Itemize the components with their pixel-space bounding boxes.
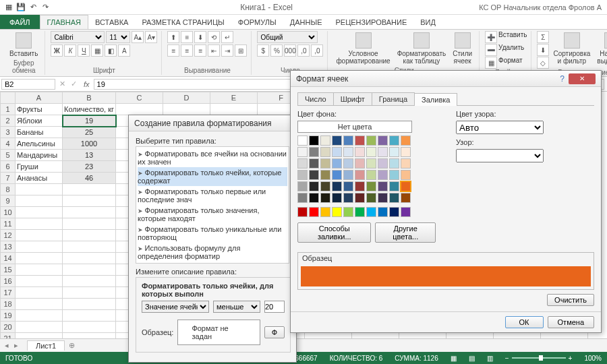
cell[interactable] <box>16 207 63 218</box>
align-left-icon[interactable]: ≡ <box>167 44 179 57</box>
row-header[interactable]: 14 <box>1 253 16 264</box>
color-swatch[interactable] <box>366 207 376 217</box>
zoom-level[interactable]: 100% <box>584 355 602 362</box>
italic-button[interactable]: К <box>64 44 76 57</box>
autosum-icon[interactable]: Σ <box>537 31 549 43</box>
color-swatch[interactable] <box>309 158 319 169</box>
fill-icon[interactable]: ⬇ <box>537 44 549 56</box>
color-swatch[interactable] <box>309 170 319 180</box>
thousands-icon[interactable]: 000 <box>284 44 296 57</box>
color-swatch[interactable] <box>389 158 399 169</box>
cell[interactable] <box>16 230 63 241</box>
row-header[interactable]: 3 <box>1 127 16 138</box>
redo-icon[interactable]: ↷ <box>40 3 50 12</box>
cell[interactable] <box>63 253 116 264</box>
dialog-titlebar[interactable]: Создание правила форматирования <box>129 115 296 131</box>
color-swatch[interactable] <box>355 158 365 169</box>
row-header[interactable]: 19 <box>1 310 16 322</box>
color-swatch[interactable] <box>378 193 388 203</box>
color-swatch[interactable] <box>389 170 399 180</box>
row-header[interactable]: 15 <box>1 264 16 276</box>
cell[interactable]: Фрукты <box>16 104 63 115</box>
cell[interactable] <box>16 310 63 322</box>
column-header[interactable]: A <box>16 92 63 104</box>
color-swatch[interactable] <box>401 193 411 203</box>
cell[interactable] <box>16 322 63 333</box>
view-layout-icon[interactable]: ▤ <box>469 355 475 362</box>
color-swatch[interactable] <box>389 147 399 157</box>
color-swatch[interactable] <box>378 158 388 169</box>
number-format-select[interactable]: Общий <box>257 31 318 43</box>
cell[interactable] <box>16 264 63 276</box>
cell[interactable]: 13 <box>63 150 116 161</box>
color-swatch[interactable] <box>366 181 376 191</box>
cancel-button[interactable]: Отмена <box>548 316 594 328</box>
color-swatch[interactable] <box>366 147 376 157</box>
color-swatch[interactable] <box>366 158 376 169</box>
row-header[interactable]: 16 <box>1 276 16 287</box>
format-cells-tab[interactable]: Шрифт <box>333 92 372 105</box>
color-swatch[interactable] <box>355 135 365 146</box>
ribbon-tab[interactable]: РАЗМЕТКА СТРАНИЦЫ <box>135 15 231 29</box>
cell[interactable]: 46 <box>63 173 116 184</box>
fill-color-button[interactable]: ◧ <box>105 44 117 57</box>
help-icon[interactable]: ? <box>560 74 565 84</box>
color-swatch[interactable] <box>332 147 342 157</box>
color-swatch[interactable] <box>332 207 342 217</box>
insert-cells-button[interactable]: ➕Вставить <box>485 31 527 43</box>
color-swatch[interactable] <box>332 135 342 146</box>
row-header[interactable]: 6 <box>1 161 16 173</box>
color-swatch[interactable] <box>343 193 353 203</box>
color-swatch[interactable] <box>320 170 330 180</box>
color-swatch[interactable] <box>389 135 399 146</box>
percent-icon[interactable]: % <box>270 44 283 57</box>
format-as-table-button[interactable]: Форматировать как таблицу <box>395 31 449 66</box>
cell[interactable] <box>16 241 63 253</box>
merge-icon[interactable]: ⊞ <box>235 44 247 57</box>
ribbon-tab[interactable]: ДАННЫЕ <box>283 15 329 29</box>
cell[interactable] <box>63 207 116 218</box>
inc-decimal-icon[interactable]: ,0 <box>297 44 310 57</box>
rule-type-item[interactable]: Использовать формулу для определения фор… <box>138 243 287 262</box>
increase-font-icon[interactable]: A▴ <box>132 31 144 43</box>
currency-icon[interactable]: $ <box>257 44 269 57</box>
font-name-select[interactable]: Calibri <box>51 31 105 43</box>
cell[interactable]: Бананы <box>16 127 63 138</box>
color-swatch[interactable] <box>309 135 319 146</box>
color-swatch[interactable] <box>309 181 319 191</box>
color-swatch[interactable] <box>401 207 411 217</box>
color-swatch[interactable] <box>355 207 365 217</box>
color-swatch[interactable] <box>297 207 308 217</box>
format-button[interactable]: Ф <box>264 326 285 338</box>
zoom-in-icon[interactable]: + <box>569 355 573 362</box>
color-swatch[interactable] <box>389 181 399 191</box>
color-swatch[interactable] <box>332 193 342 203</box>
cell[interactable] <box>16 299 63 310</box>
cell[interactable]: Количество, кг <box>63 104 116 115</box>
color-swatch[interactable] <box>378 135 388 146</box>
zoom-out-icon[interactable]: − <box>505 355 509 362</box>
row-header[interactable]: 1 <box>1 104 16 115</box>
row-header[interactable]: 11 <box>1 218 16 230</box>
format-cells-button[interactable]: ▦Формат <box>485 57 523 69</box>
cell[interactable] <box>16 253 63 264</box>
indent-dec-icon[interactable]: ⇤ <box>208 44 220 57</box>
color-swatch[interactable] <box>297 181 308 191</box>
clear-icon[interactable]: ◇ <box>537 57 549 69</box>
align-top-icon[interactable]: ⬆ <box>167 31 179 43</box>
dialog-titlebar[interactable]: Формат ячеек ? ✕ <box>291 71 601 87</box>
color-swatch[interactable] <box>309 207 319 217</box>
ribbon-tab[interactable]: ГЛАВНАЯ <box>40 15 88 29</box>
fx-icon[interactable]: fx <box>80 80 94 88</box>
cell[interactable] <box>63 276 116 287</box>
column-header[interactable]: D <box>163 92 210 104</box>
row-header[interactable]: 5 <box>1 150 16 161</box>
color-swatch[interactable] <box>320 158 330 169</box>
save-icon[interactable]: 💾 <box>16 3 26 12</box>
color-swatch[interactable] <box>401 181 411 191</box>
rule-type-item[interactable]: Форматировать все ячейки на основании их… <box>138 148 287 167</box>
border-button[interactable]: ▦ <box>91 44 103 57</box>
format-cells-tab[interactable]: Заливка <box>414 93 457 106</box>
accept-formula-icon[interactable]: ✓ <box>68 80 80 88</box>
color-swatch[interactable] <box>401 170 411 180</box>
